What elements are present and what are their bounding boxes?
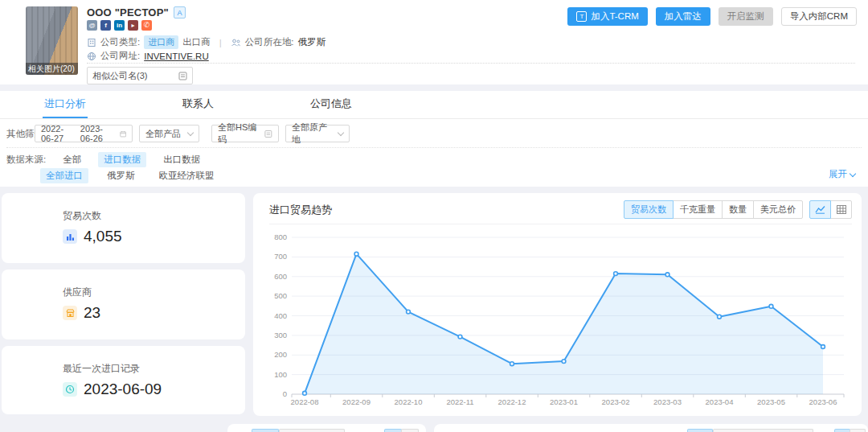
svg-text:2023-05: 2023-05 [757, 397, 785, 406]
clipped-button[interactable] [687, 429, 713, 432]
bar-chart-icon [63, 229, 77, 244]
similar-company-select[interactable]: 相似公司名(3) [87, 67, 193, 84]
clipped-button-group[interactable] [713, 429, 813, 432]
calendar-icon [120, 130, 126, 138]
metric-kg-weight-button[interactable]: 千克重量 [673, 200, 723, 219]
source-import-data[interactable]: 进口数据 [98, 152, 146, 167]
social-links: @ f in ▸ ✆ [87, 20, 152, 31]
trend-line-chart[interactable]: 01002003004005006007008002022-082022-092… [263, 228, 852, 407]
location-label: 公司所在地: [245, 36, 294, 48]
line-chart-icon [815, 205, 825, 214]
website-link[interactable]: INVENTIVE.RU [144, 51, 209, 61]
stat-card-suppliers: 供应商 23 [2, 269, 245, 339]
svg-text:2022-08: 2022-08 [291, 397, 319, 406]
location-value: 俄罗斯 [297, 36, 326, 48]
stat-card-trade-count: 贸易次数 4,055 [2, 193, 245, 263]
divider: | [219, 38, 222, 47]
line-chart-view-button[interactable] [809, 200, 831, 219]
header-divider [87, 63, 855, 64]
clipped-button[interactable] [252, 429, 279, 432]
list-icon [178, 72, 187, 80]
partial-card-right [434, 424, 868, 432]
svg-text:200: 200 [274, 350, 287, 359]
translate-icon[interactable]: A [174, 6, 186, 19]
chevron-down-icon [338, 129, 344, 135]
metric-quantity-button[interactable]: 数量 [722, 200, 754, 219]
product-select-value: 全部产品 [145, 128, 181, 140]
chevron-down-icon [187, 129, 194, 135]
stat-label: 最近一次进口记录 [63, 362, 245, 376]
tab-company-info[interactable]: 公司信息 [310, 91, 352, 118]
source-export-data[interactable]: 出口数据 [158, 152, 206, 167]
source-all[interactable]: 全部 [57, 152, 87, 167]
stat-value: 4,055 [84, 228, 122, 245]
importer-tag[interactable]: 进口商 [144, 35, 178, 49]
sub-source-row: 全部进口 俄罗斯 欧亚经济联盟 [40, 168, 220, 183]
similar-company-label: 相似公司名(3) [92, 70, 147, 82]
clipped-button[interactable] [834, 429, 850, 432]
clipped-button[interactable] [850, 429, 866, 432]
company-name: OOO "PECTOP" [87, 6, 169, 19]
store-icon [63, 306, 77, 320]
globe-icon [87, 51, 96, 61]
expand-toggle[interactable]: 展开 [829, 168, 855, 180]
table-view-button[interactable] [830, 200, 852, 219]
import-crm-button[interactable]: 导入内部CRM [781, 7, 857, 26]
youtube-icon[interactable]: ▸ [128, 20, 138, 31]
facebook-icon[interactable]: f [100, 20, 111, 31]
svg-text:300: 300 [274, 331, 287, 339]
svg-text:2022-11: 2022-11 [446, 397, 473, 406]
stat-label: 供应商 [63, 286, 245, 299]
table-icon [837, 205, 846, 214]
svg-text:600: 600 [274, 272, 287, 281]
company-type-row: 公司类型: 进口商 出口商 | 公司所在地: 俄罗斯 [87, 35, 326, 49]
date-start: 2022-06-27 [41, 124, 76, 143]
sub-source-eaeu[interactable]: 欧亚经济联盟 [154, 168, 220, 183]
hs-code-select[interactable]: 全部HS编码 [211, 125, 279, 142]
svg-text:2023-03: 2023-03 [653, 397, 682, 406]
svg-text:2023-06: 2023-06 [809, 397, 837, 406]
stat-label: 贸易次数 [63, 209, 245, 223]
tab-contacts[interactable]: 联系人 [182, 91, 214, 118]
page: 相关图片(20) OOO "PECTOP" A @ f in ▸ ✆ 公司类型:… [0, 0, 868, 432]
date-range-picker[interactable]: 2022-06-27 2023-06-26 [35, 125, 133, 142]
clipped-button[interactable] [401, 429, 419, 432]
company-photo[interactable]: 相关图片(20) [26, 6, 78, 75]
photo-caption: 相关图片(20) [26, 63, 78, 75]
phone-icon[interactable]: ✆ [141, 20, 152, 31]
metric-usd-total-button[interactable]: 美元总价 [753, 200, 803, 219]
clipped-button-group[interactable] [279, 429, 345, 432]
svg-text:2022-09: 2022-09 [342, 397, 371, 406]
svg-text:2023-04: 2023-04 [706, 397, 734, 406]
start-monitor-button[interactable]: 开启监测 [719, 7, 773, 26]
building-icon [87, 38, 96, 47]
svg-text:500: 500 [274, 291, 287, 300]
product-select[interactable]: 全部产品 [139, 125, 199, 142]
partial-card-left [227, 424, 426, 432]
add-radar-button[interactable]: 加入雷达 [656, 7, 710, 26]
exporter-tag[interactable]: 出口商 [182, 36, 211, 48]
sub-source-all-import[interactable]: 全部进口 [40, 168, 88, 183]
clock-icon [63, 382, 77, 397]
svg-text:700: 700 [274, 252, 287, 261]
metric-trade-count-button[interactable]: 贸易次数 [624, 200, 674, 219]
website-icon[interactable]: @ [87, 20, 97, 31]
clipped-button[interactable] [384, 429, 402, 432]
sub-source-russia[interactable]: 俄罗斯 [101, 168, 141, 183]
stat-card-last-import: 最近一次进口记录 2023-06-09 [2, 346, 245, 414]
origin-select[interactable]: 全部原产地 [285, 125, 350, 142]
tab-bar: 进口分析 联系人 公司信息 [0, 91, 868, 119]
tab-import-analysis[interactable]: 进口分析 [44, 91, 86, 118]
add-tcrm-button[interactable]: T 加入T-CRM [567, 7, 647, 26]
linkedin-icon[interactable]: in [114, 20, 125, 31]
website-row: 公司网址: INVENTIVE.RU [87, 50, 209, 62]
chart-header-divider [269, 224, 852, 224]
chart-title: 进口贸易趋势 [269, 203, 332, 217]
stat-value: 23 [84, 304, 100, 322]
filter-row: 其他筛选: 2022-06-27 2023-06-26 全部产品 全部HS编码 … [0, 125, 868, 142]
chart-controls: 贸易次数 千克重量 数量 美元总价 [624, 200, 852, 219]
svg-text:0: 0 [283, 389, 287, 398]
header-actions: T 加入T-CRM 加入雷达 开启监测 导入内部CRM [567, 7, 857, 26]
svg-text:100: 100 [274, 370, 287, 379]
people-icon [231, 38, 241, 47]
